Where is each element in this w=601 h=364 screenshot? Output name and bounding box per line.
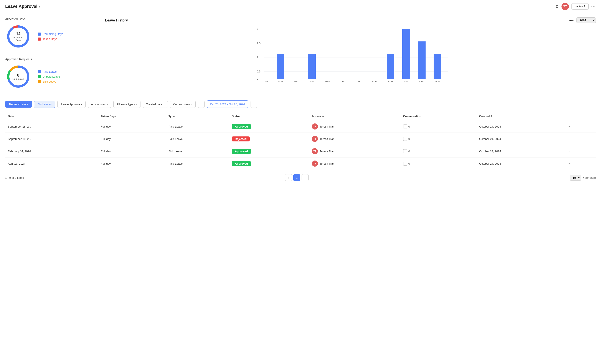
approved-number: 8 — [12, 73, 24, 78]
paid-dot — [38, 70, 41, 73]
table-row: September 18, 2... Full day Paid Leave A… — [5, 120, 596, 133]
cell-status: Rejected — [229, 133, 309, 145]
bar-chart-title: Leave History — [105, 19, 128, 22]
current-week-label: Current week — [173, 103, 190, 106]
bar-apr — [308, 54, 316, 79]
created-date-chevron-icon: ▾ — [163, 103, 165, 105]
bar-nov — [434, 54, 441, 79]
table-body: September 18, 2... Full day Paid Leave A… — [5, 120, 596, 170]
cell-more: ··· — [565, 157, 596, 170]
gear-icon[interactable]: ⚙ — [555, 4, 559, 9]
col-conversation: Conversation — [401, 112, 477, 120]
cell-conversation: 0 — [401, 120, 477, 133]
svg-text:May: May — [325, 80, 330, 82]
bar-sep — [402, 29, 410, 79]
col-approver: Approver — [309, 112, 401, 120]
conversation-count: 0 — [408, 150, 410, 153]
svg-text:Apr: Apr — [310, 80, 314, 82]
per-page-selector: 10 25 50 / per page — [570, 175, 596, 181]
bar-chart-header: Leave History Year 2024 2023 2022 — [105, 17, 596, 23]
allocated-donut: 14 Allocated Days — [5, 23, 31, 49]
all-leave-types-select[interactable]: All leave types ▾ — [113, 101, 140, 108]
all-statuses-chevron-icon: ▾ — [107, 103, 108, 105]
year-selector: Year 2024 2023 2022 — [569, 17, 596, 23]
row-more-icon[interactable]: ··· — [568, 137, 572, 141]
bar-feb — [277, 54, 284, 79]
legend-remaining: Remaining Days — [38, 32, 63, 36]
approver-name: Teresa Tran — [320, 162, 335, 165]
next-arrow-button[interactable]: › — [250, 101, 257, 108]
per-page-select[interactable]: 10 25 50 — [570, 175, 581, 181]
svg-text:1.5: 1.5 — [257, 42, 260, 45]
paid-label: Paid Leave — [42, 70, 57, 73]
cell-type: Paid Leave — [166, 133, 229, 145]
request-leave-button[interactable]: Request Leave — [5, 101, 32, 108]
prev-arrow-button[interactable]: ‹ — [198, 101, 204, 108]
allocated-donut-label: 14 Allocated Days — [12, 32, 25, 41]
left-charts: Allocated Days 14 Allocated Days — [5, 17, 96, 94]
header-left: Leave Approval ▾ — [5, 4, 40, 9]
approved-requests-card: Approved Requests 8 Req — [5, 57, 96, 90]
svg-text:2: 2 — [257, 28, 258, 31]
legend-taken: Taken Days — [38, 37, 63, 40]
cell-created-at: October 24, 2024 — [477, 120, 565, 133]
main-content: Allocated Days 14 Allocated Days — [0, 13, 601, 185]
svg-text:0.5: 0.5 — [257, 70, 260, 73]
all-statuses-select[interactable]: All statuses ▾ — [88, 101, 111, 108]
svg-text:Nov: Nov — [419, 80, 424, 82]
cell-taken-days: Full day — [98, 145, 166, 157]
cell-type: Paid Leave — [166, 120, 229, 133]
year-select-input[interactable]: 2024 2023 2022 — [576, 17, 596, 23]
sick-dot — [38, 80, 41, 83]
conversation-icon[interactable] — [403, 149, 407, 153]
created-date-label: Created date — [146, 103, 162, 106]
taken-label: Taken Days — [42, 37, 57, 40]
allocated-days-title: Allocated Days — [5, 17, 96, 21]
col-actions — [565, 112, 596, 120]
approved-donut-row: 8 Requested Paid Leave Unpaid Leave — [5, 64, 96, 90]
cell-date: September 19, 2... — [5, 133, 98, 145]
cell-conversation: 0 — [401, 157, 477, 170]
svg-text:Jun: Jun — [341, 80, 345, 82]
my-leaves-tab[interactable]: My Leaves — [34, 101, 55, 108]
page-1-button[interactable]: 1 — [293, 174, 300, 181]
table-row: February 14, 2024 Full day Sick Leave Ap… — [5, 145, 596, 157]
chevron-down-icon[interactable]: ▾ — [39, 5, 40, 8]
approved-legend: Paid Leave Unpaid Leave Sick Leave — [38, 70, 60, 83]
current-week-select[interactable]: Current week ▾ — [170, 101, 196, 108]
created-date-select[interactable]: Created date ▾ — [143, 101, 168, 108]
col-type: Type — [166, 112, 229, 120]
conversation-icon[interactable] — [403, 162, 407, 165]
sick-label: Sick Leave — [42, 80, 56, 83]
remaining-dot — [38, 33, 41, 36]
table-row: April 17, 2024 Full day Paid Leave Appro… — [5, 157, 596, 170]
next-page-button[interactable]: › — [301, 174, 309, 181]
col-taken-days: Taken Days — [98, 112, 166, 120]
cell-more: ··· — [565, 133, 596, 145]
leave-approvals-tab[interactable]: Leave Approvals — [57, 101, 86, 108]
legend-sick: Sick Leave — [38, 80, 60, 83]
allocated-donut-row: 14 Allocated Days Remaining Days Taken D… — [5, 23, 96, 49]
row-more-icon[interactable]: ··· — [568, 162, 572, 165]
cell-conversation: 0 — [401, 145, 477, 157]
approver-avatar: TT — [312, 136, 318, 142]
row-more-icon[interactable]: ··· — [568, 125, 572, 128]
header: Leave Approval ▾ ⚙ TT Invite / 1 ··· — [0, 0, 601, 13]
conversation-icon[interactable] — [403, 137, 407, 141]
conversation-icon[interactable] — [403, 125, 407, 128]
cell-approver: TT Teresa Tran — [309, 133, 401, 145]
approved-subtitle: Requested — [12, 78, 24, 80]
cell-date: April 17, 2024 — [5, 157, 98, 170]
approver-name: Teresa Tran — [320, 150, 335, 153]
leaves-table: Date Taken Days Type Status Approver Con… — [5, 112, 596, 170]
cell-status: Approved — [229, 157, 309, 170]
all-statuses-label: All statuses — [91, 103, 105, 106]
prev-page-button[interactable]: ‹ — [285, 174, 292, 181]
invite-button[interactable]: Invite / 1 — [571, 3, 589, 10]
more-options-icon[interactable]: ··· — [591, 4, 596, 9]
row-more-icon[interactable]: ··· — [568, 149, 572, 153]
approver-avatar: TT — [312, 161, 318, 167]
cell-more: ··· — [565, 145, 596, 157]
page-title: Leave Approval — [5, 4, 37, 9]
top-section: Allocated Days 14 Allocated Days — [5, 17, 596, 94]
